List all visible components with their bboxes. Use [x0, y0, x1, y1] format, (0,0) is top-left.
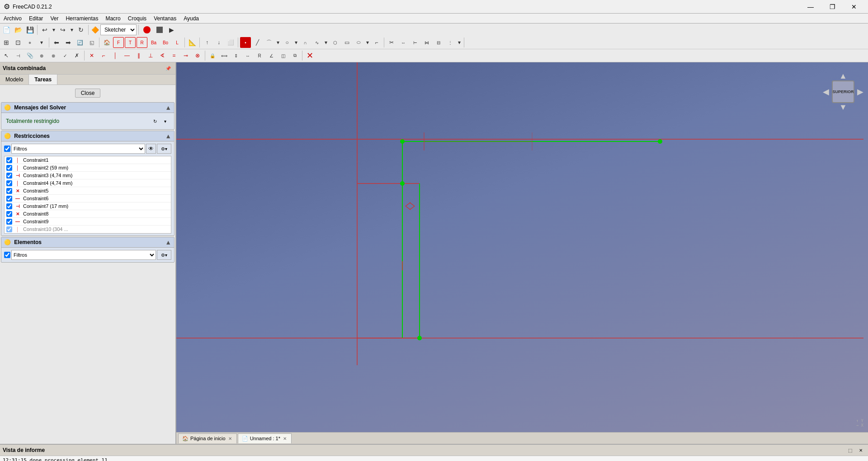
filter-select[interactable]: Filtros: [11, 144, 145, 154]
view3d-btn[interactable]: ◱: [86, 37, 97, 48]
attach-button[interactable]: ⊗: [48, 50, 59, 61]
filter-eye-button[interactable]: 👁: [146, 144, 156, 154]
constraints-section-header[interactable]: 🟡 Restricciones ▲: [1, 131, 174, 141]
constraint-2-checkbox[interactable]: [6, 165, 12, 171]
constraint-item-4[interactable]: │ Constraint4 (4,74 mm): [5, 179, 171, 187]
arc-dropdown[interactable]: ▾: [275, 37, 281, 48]
log-undock-button[interactable]: ⬚: [845, 446, 854, 455]
sketch-delete[interactable]: ✗: [71, 50, 82, 61]
view-dropdown[interactable]: ▾: [36, 37, 47, 48]
con-radius[interactable]: R: [254, 50, 265, 61]
constraint-10-checkbox[interactable]: [6, 226, 12, 232]
arc-button[interactable]: ⌒: [264, 37, 274, 48]
nav-left-arrow[interactable]: ◀: [823, 87, 829, 97]
nav-down-arrow[interactable]: ▼: [839, 103, 847, 112]
view-rear-button[interactable]: Ba: [148, 37, 159, 48]
nav-cube-face[interactable]: SUPERIOR: [832, 80, 854, 103]
tab-inicio-close[interactable]: ✕: [227, 436, 233, 441]
select-button[interactable]: ↖: [1, 50, 12, 61]
constraint-item-8[interactable]: ✕ Constraint8: [5, 210, 171, 218]
point-button[interactable]: •: [240, 37, 251, 48]
redo-dropdown[interactable]: ▾: [69, 24, 75, 35]
con-lock[interactable]: 🔒: [207, 50, 218, 61]
constraint-7-checkbox[interactable]: [6, 203, 12, 209]
con-dist[interactable]: ↔: [242, 50, 253, 61]
slot-button[interactable]: ⬭: [353, 37, 364, 48]
con-horizontal[interactable]: —: [122, 50, 132, 61]
create-intersection[interactable]: ⊕: [36, 50, 47, 61]
bspline-dropdown[interactable]: ▾: [323, 37, 329, 48]
constraint-1-checkbox[interactable]: [6, 157, 12, 163]
constraint-item-7[interactable]: ⊣ Constraint7 (17 mm): [5, 202, 171, 210]
constraint-6-checkbox[interactable]: [6, 196, 12, 202]
con-hdist[interactable]: ⟺: [219, 50, 230, 61]
menu-ver[interactable]: Ver: [47, 14, 62, 23]
view-bottom-button[interactable]: Bo: [160, 37, 171, 48]
record-button[interactable]: [141, 24, 153, 35]
con-copy[interactable]: ⧉: [289, 50, 300, 61]
sketch-close[interactable]: ✕: [304, 50, 315, 61]
elementos-section-header[interactable]: 🟡 Elementos ▲: [1, 237, 174, 248]
nav-cube[interactable]: ◀ ▶ ▲ ▼ SUPERIOR: [823, 71, 863, 112]
circle-dropdown[interactable]: ▾: [293, 37, 299, 48]
minimize-button[interactable]: —: [800, 0, 821, 14]
constraint-8-checkbox[interactable]: [6, 211, 12, 217]
con-parallel[interactable]: ∥: [133, 50, 144, 61]
array-dropdown[interactable]: ▾: [457, 37, 462, 48]
view-right-button[interactable]: R: [137, 37, 147, 48]
tab-unnamed[interactable]: 📄 Unnamed : 1* ✕: [238, 433, 292, 443]
view-3d-button[interactable]: ●: [24, 37, 35, 48]
circle-button[interactable]: ○: [282, 37, 292, 48]
tab-modelo[interactable]: Modelo: [0, 75, 29, 85]
polyline-button[interactable]: ⬡: [330, 37, 340, 48]
play-button[interactable]: ▶: [166, 24, 177, 35]
con-perpendicular[interactable]: ⊥: [145, 50, 156, 61]
line-button[interactable]: ╱: [252, 37, 263, 48]
constraint-item-5[interactable]: ✕ Constraint5: [5, 187, 171, 195]
solver-section-header[interactable]: 🟡 Mensajes del Solver ▲: [1, 103, 174, 113]
constraint-5-checkbox[interactable]: [6, 188, 12, 194]
elementos-filter-checkbox[interactable]: [4, 252, 10, 258]
fit-selection-button[interactable]: ⊡: [13, 37, 24, 48]
con-equal[interactable]: =: [169, 50, 179, 61]
rect-button[interactable]: ▭: [341, 37, 352, 48]
menu-herramientas[interactable]: Herramientas: [62, 14, 102, 23]
con-pointonobj[interactable]: ⌐: [98, 50, 109, 61]
menu-ayuda[interactable]: Ayuda: [180, 14, 203, 23]
con-symmetric[interactable]: ⊸: [180, 50, 191, 61]
con-coincident[interactable]: ✕: [86, 50, 97, 61]
array-button[interactable]: ⋮: [445, 37, 456, 48]
stop-button[interactable]: [154, 24, 165, 35]
new-button[interactable]: 📄: [1, 24, 12, 35]
save-button[interactable]: 💾: [24, 24, 35, 35]
tab-unnamed-close[interactable]: ✕: [282, 436, 288, 441]
log-close-button[interactable]: ✕: [856, 446, 865, 455]
select-edge[interactable]: ⊣: [13, 50, 24, 61]
view-left-button[interactable]: L: [172, 37, 183, 48]
refresh-button[interactable]: ↻: [75, 24, 86, 35]
constraint-export[interactable]: ↓: [213, 37, 224, 48]
constraint-item-6[interactable]: — Constraint6: [5, 195, 171, 202]
offset-button[interactable]: ⊟: [433, 37, 444, 48]
constraint-item-3[interactable]: ⊣ Constraint3 (4,74 mm): [5, 172, 171, 179]
undo-button[interactable]: ↩: [39, 24, 50, 35]
solver-dropdown-button[interactable]: ▾: [160, 117, 170, 126]
menu-ventanas[interactable]: Ventanas: [150, 14, 180, 23]
con-tangent[interactable]: ∢: [157, 50, 168, 61]
fit-all-button[interactable]: ⊞: [1, 37, 12, 48]
slot-dropdown[interactable]: ▾: [365, 37, 370, 48]
tab-tareas[interactable]: Tareas: [29, 75, 57, 85]
bspline-button[interactable]: ∿: [311, 37, 322, 48]
con-vertical[interactable]: │: [110, 50, 121, 61]
elementos-collapse-arrow[interactable]: ▲: [165, 239, 171, 246]
elementos-filter-select[interactable]: Filtros: [11, 250, 156, 260]
con-refmode[interactable]: ◫: [278, 50, 288, 61]
solver-refresh-button[interactable]: ↻: [151, 117, 160, 126]
view-home-button[interactable]: 🏠: [101, 37, 112, 48]
nav-up-arrow[interactable]: ▲: [839, 71, 847, 81]
menu-macro[interactable]: Macro: [102, 14, 124, 23]
view-section[interactable]: ⬜: [225, 37, 236, 48]
undo-dropdown[interactable]: ▾: [51, 24, 57, 35]
con-vdist[interactable]: ⇕: [231, 50, 241, 61]
con-block[interactable]: ⊗: [192, 50, 203, 61]
